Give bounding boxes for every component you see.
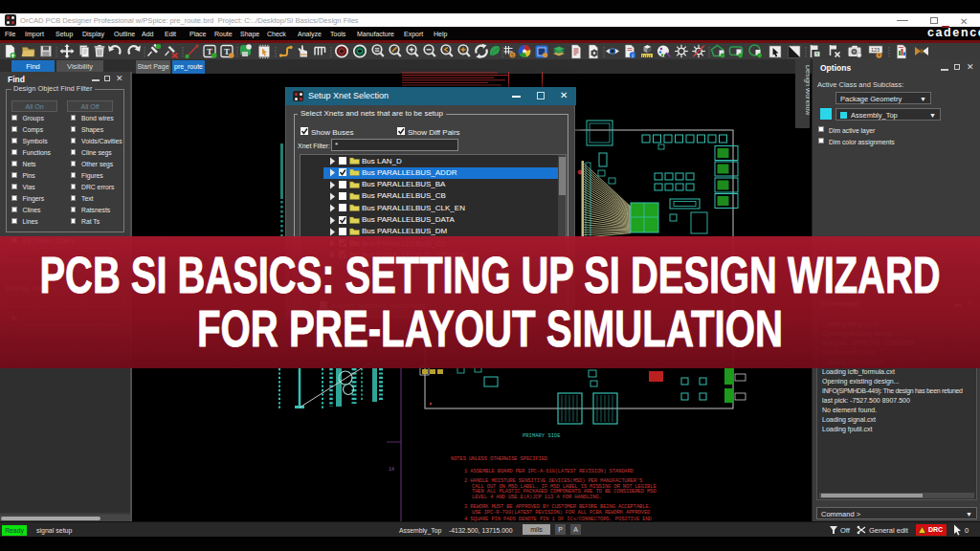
svg-text:PRIMARY SIDE: PRIMARY SIDE bbox=[523, 432, 561, 439]
svg-text:LEVEL 4 AND USE E(A)JCP 113 A: LEVEL 4 AND USE E(A)JCP 113 A FOR HANDLI… bbox=[472, 494, 602, 500]
svg-text:PCB SI BASICS: SETTING UP SI D: PCB SI BASICS: SETTING UP SI DESIGN WIZA… bbox=[40, 246, 941, 303]
svg-text:1 ASSEMBLE BOARD PER IPC-A-6: 1 ASSEMBLE BOARD PER IPC-A-610(LATEST RE… bbox=[464, 468, 635, 474]
svg-text:NOTES UNLESS OTHERWISE SPECIF: NOTES UNLESS OTHERWISE SPECIFIED bbox=[451, 455, 548, 462]
svg-text:14: 14 bbox=[389, 467, 394, 473]
svg-text:FOR PRE-LAYOUT SIMULATION: FOR PRE-LAYOUT SIMULATION bbox=[197, 299, 783, 357]
svg-text:USE IPC-R-700(LATEST REVISION): USE IPC-R-700(LATEST REVISION) FOR ALL P… bbox=[472, 509, 651, 516]
svg-text:Design Workflow: Design Workflow bbox=[804, 65, 811, 116]
